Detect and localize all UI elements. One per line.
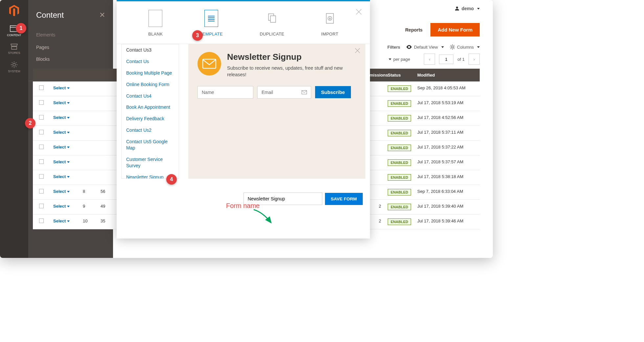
row-select[interactable]: Select <box>50 96 80 111</box>
svg-line-10 <box>16 62 16 63</box>
tab-template-label: TEMPLATE <box>200 32 223 36</box>
rail-system[interactable]: SYSTEM <box>0 58 28 76</box>
filters-label: Filters <box>387 45 400 50</box>
row-checkbox[interactable] <box>39 218 44 223</box>
submenu-close-icon[interactable]: ✕ <box>99 11 105 19</box>
preview-subtitle: Subscribe to receive news, updates, free… <box>227 65 352 78</box>
row-select[interactable]: Select <box>50 170 80 185</box>
preview-email-input[interactable]: Email <box>257 86 311 99</box>
row-checkbox[interactable] <box>39 85 44 90</box>
preview-close-icon[interactable] <box>354 47 361 55</box>
annotation-form-name: Form name <box>226 202 260 210</box>
modal-close-icon[interactable] <box>355 8 363 17</box>
add-new-form-button[interactable]: Add New Form <box>430 23 480 36</box>
tab-template[interactable]: TEMPLATE <box>200 10 223 36</box>
row-views <box>97 155 118 170</box>
row-views: 49 <box>97 200 118 214</box>
annotation-marker-3: 3 <box>192 30 203 41</box>
row-status: ENABLED <box>384 185 414 199</box>
row-checkbox[interactable] <box>39 204 44 208</box>
svg-line-8 <box>16 66 16 67</box>
row-id: 8 <box>80 185 97 199</box>
template-item[interactable]: Book An Appointment <box>122 102 179 113</box>
template-item[interactable]: Customer Service Survey <box>122 154 179 171</box>
default-view-button[interactable]: Default View <box>406 45 444 50</box>
row-id <box>80 96 97 111</box>
submenu-pages[interactable]: Pages <box>28 41 113 53</box>
page-input[interactable] <box>439 55 453 64</box>
submenu-title: Content <box>36 11 64 20</box>
row-checkbox[interactable] <box>39 130 44 134</box>
row-views <box>97 141 118 155</box>
row-modified: Sep 26, 2018 4:05:53 AM <box>414 81 480 96</box>
duplicate-icon <box>265 10 279 27</box>
stores-icon <box>10 43 18 50</box>
row-checkbox[interactable] <box>39 145 44 149</box>
row-select[interactable]: Select <box>50 141 80 155</box>
row-select[interactable]: Select <box>50 126 80 140</box>
svg-point-2 <box>13 63 15 66</box>
prev-page-button[interactable]: ‹ <box>424 54 435 65</box>
columns-button[interactable]: Columns <box>450 44 480 50</box>
preview-name-input[interactable]: Name <box>197 86 253 99</box>
row-status: ENABLED <box>384 155 414 170</box>
default-view-label: Default View <box>414 45 438 50</box>
chevron-down-icon <box>477 46 480 48</box>
annotation-marker-4: 4 <box>166 174 177 185</box>
row-checkbox[interactable] <box>39 174 44 179</box>
template-item[interactable]: Contact Us3 <box>122 44 179 56</box>
svg-line-16 <box>450 45 451 46</box>
template-item[interactable]: Booking Multiple Page <box>122 67 179 79</box>
svg-line-19 <box>453 45 454 46</box>
row-select[interactable]: Select <box>50 185 80 199</box>
tab-import[interactable]: IMPORT <box>321 10 338 36</box>
preview-email-label: Email <box>262 90 273 95</box>
template-item[interactable]: Delivery Feedback <box>122 113 179 125</box>
row-checkbox[interactable] <box>39 100 44 105</box>
blank-icon <box>149 10 162 27</box>
row-modified: Jul 17, 2018 5:39:40 AM <box>414 200 480 214</box>
row-modified: Jul 17, 2018 5:37:11 AM <box>414 126 480 140</box>
account-menu[interactable]: demo <box>454 6 480 11</box>
row-status: ENABLED <box>384 215 414 229</box>
svg-rect-27 <box>270 16 276 22</box>
row-id <box>80 170 97 185</box>
submenu-pages-label: Pages <box>36 45 49 50</box>
reports-link[interactable]: Reports <box>405 27 423 33</box>
template-item[interactable]: Contact Us <box>122 56 179 67</box>
import-icon <box>323 10 337 27</box>
row-status: ENABLED <box>384 170 414 185</box>
svg-line-18 <box>450 48 451 49</box>
filters-button[interactable]: Filters <box>387 45 400 50</box>
row-select[interactable]: Select <box>50 155 80 170</box>
row-checkbox[interactable] <box>39 115 44 120</box>
save-form-button[interactable]: SAVE FORM <box>325 193 363 205</box>
row-select[interactable]: Select <box>50 200 80 214</box>
submenu-blocks[interactable]: Blocks <box>28 53 113 65</box>
tab-duplicate[interactable]: DUPLICATE <box>260 10 284 36</box>
svg-point-11 <box>451 46 453 48</box>
row-select[interactable]: Select <box>50 81 80 96</box>
rail-content-label: CONTENT <box>7 34 21 37</box>
row-checkbox[interactable] <box>39 159 44 164</box>
svg-line-9 <box>12 66 12 67</box>
rail-stores[interactable]: STORES <box>0 40 28 58</box>
tab-blank[interactable]: BLANK <box>148 10 163 36</box>
template-item[interactable]: Contact Us5 Google Map <box>122 136 179 154</box>
row-id <box>80 141 97 155</box>
template-item[interactable]: Online Booking Form <box>122 79 179 90</box>
subscribe-button[interactable]: Subscribe <box>315 86 351 98</box>
eye-icon <box>406 45 412 49</box>
template-item[interactable]: Contact Us2 <box>122 125 179 136</box>
template-list[interactable]: Contact Us3Contact UsBooking Multiple Pa… <box>121 44 179 179</box>
row-select[interactable]: Select <box>50 215 80 229</box>
col-modified[interactable]: Modified <box>414 69 480 81</box>
col-status[interactable]: Status <box>384 69 414 81</box>
row-select[interactable]: Select <box>50 111 80 125</box>
chevron-down-icon[interactable] <box>389 58 391 60</box>
next-page-button[interactable]: › <box>469 54 480 65</box>
columns-label: Columns <box>457 45 474 50</box>
template-item[interactable]: Contact Us4 <box>122 90 179 102</box>
row-checkbox[interactable] <box>39 189 44 194</box>
magento-logo <box>8 5 20 16</box>
